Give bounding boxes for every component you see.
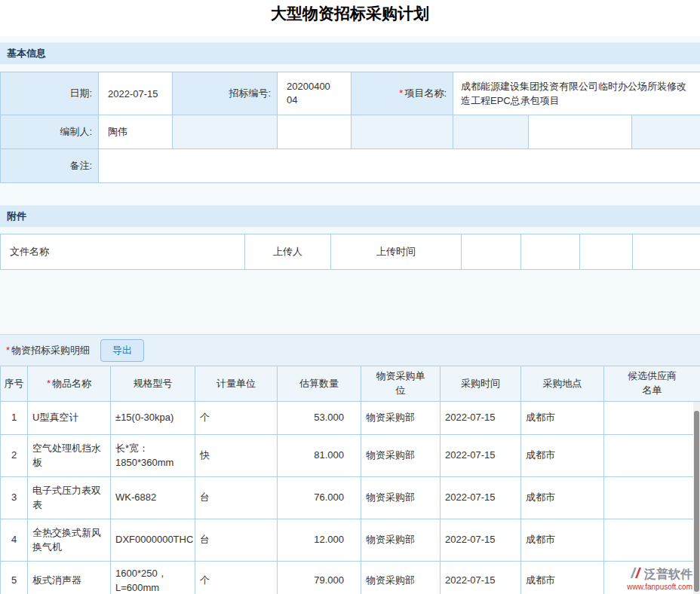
cell-dept: 物资采购部 xyxy=(361,519,441,562)
cell-time: 2022-07-15 xyxy=(441,519,521,562)
date-value: 2022-07-15 xyxy=(99,72,173,115)
col-spec: 规格型号 xyxy=(111,366,195,402)
section-header-basic-info: 基本信息 xyxy=(0,42,700,64)
cell-place: 成都市 xyxy=(521,562,604,594)
col-supplier: 候选供应商 名单 xyxy=(604,366,700,402)
author-label: 编制人: xyxy=(1,115,99,149)
cell-qty: 79.000 xyxy=(278,562,361,594)
col-dept: 物资采购单 位 xyxy=(361,366,441,402)
cell-name: 空气处理机挡水板 xyxy=(28,435,111,477)
cell-qty: 81.000 xyxy=(278,435,361,477)
project-name-value: 成都能源建设集团投资有限公司临时办公场所装修改造工程EPC总承包项目 xyxy=(453,72,700,115)
cell-spec: DXF0000000THC xyxy=(111,519,195,562)
required-mark: * xyxy=(6,344,10,356)
watermark-brand: 泛普软件 xyxy=(644,568,692,581)
remark-value xyxy=(99,149,700,183)
empty-cell xyxy=(173,115,278,149)
form-row-2: 编制人: 陶伟 xyxy=(1,115,700,149)
bid-no-value: 2020040004 xyxy=(278,72,352,115)
cell-time: 2022-07-15 xyxy=(441,435,521,477)
cell-spec: 1600*250，L=600mm xyxy=(111,562,195,594)
cell-place: 成都市 xyxy=(521,519,604,562)
cell-unit: 台 xyxy=(195,519,278,562)
cell-supplier xyxy=(604,402,700,435)
project-name-label: *项目名称: xyxy=(352,72,453,115)
detail-row: 1 U型真空计 ±15(0-30kpa) 个 53.000 物资采购部 2022… xyxy=(1,402,700,435)
empty-cell xyxy=(633,234,700,270)
cell-supplier xyxy=(604,477,700,519)
page-title: 大型物资招标采购计划 xyxy=(0,3,700,24)
basic-info-form: 日期: 2022-07-15 招标编号: 2020040004 *项目名称: 成… xyxy=(0,72,700,183)
bid-no-label: 招标编号: xyxy=(173,72,278,115)
cell-time: 2022-07-15 xyxy=(441,477,521,519)
basic-info-title: 基本信息 xyxy=(7,47,46,60)
attachments-title: 附件 xyxy=(7,210,26,223)
col-uploader: 上传人 xyxy=(245,234,331,270)
detail-row: 4 全热交换式新风换气机 DXF0000000THC 台 12.000 物资采购… xyxy=(1,519,700,562)
required-mark: * xyxy=(399,87,403,99)
section-header-details: * 物资招标采购明细 导出 xyxy=(0,334,700,366)
details-title: 物资招标采购明细 xyxy=(11,344,90,357)
cell-place: 成都市 xyxy=(521,477,604,519)
empty-cell xyxy=(632,115,700,149)
cell-spec: WK-6882 xyxy=(111,477,195,519)
col-place: 采购地点 xyxy=(521,366,604,402)
required-mark: * xyxy=(47,378,51,389)
section-header-attachments: 附件 xyxy=(0,205,700,227)
cell-index: 1 xyxy=(1,402,28,435)
cell-name: 全热交换式新风换气机 xyxy=(28,519,111,562)
col-unit: 计量单位 xyxy=(195,366,278,402)
cell-qty: 53.000 xyxy=(278,402,361,435)
detail-row: 3 电子式压力表双表 WK-6882 台 76.000 物资采购部 2022-0… xyxy=(1,477,700,519)
empty-cell xyxy=(453,115,529,149)
empty-cell xyxy=(278,115,352,149)
cell-dept: 物资采购部 xyxy=(361,477,441,519)
cell-spec: ±15(0-30kpa) xyxy=(111,402,195,435)
empty-cell xyxy=(529,115,632,149)
attachments-header-row: 文件名称 上传人 上传时间 xyxy=(1,234,700,270)
date-label: 日期: xyxy=(1,72,99,115)
cell-index: 4 xyxy=(1,519,28,562)
col-file-name: 文件名称 xyxy=(1,234,245,270)
empty-cell xyxy=(462,234,521,270)
cell-qty: 12.000 xyxy=(278,519,361,562)
attachments-table: 文件名称 上传人 上传时间 xyxy=(0,234,700,270)
cell-time: 2022-07-15 xyxy=(441,402,521,435)
watermark: 泛普软件 www.fanpusoft.com xyxy=(627,567,692,591)
author-value: 陶伟 xyxy=(99,115,173,149)
cell-qty: 76.000 xyxy=(278,477,361,519)
remark-label: 备注: xyxy=(1,149,99,183)
details-table: 序号 *物品名称 规格型号 计量单位 估算数量 物资采购单 位 采购时间 采购地… xyxy=(0,366,700,594)
detail-row: 2 空气处理机挡水板 长*宽：1850*360mm 快 81.000 物资采购部… xyxy=(1,435,700,477)
cell-name: 板式消声器 xyxy=(28,562,111,594)
cell-unit: 个 xyxy=(195,562,278,594)
fanpu-logo-icon xyxy=(628,567,642,582)
table-scrollbar[interactable] xyxy=(693,402,700,594)
cell-supplier xyxy=(604,519,700,562)
detail-row: 5 板式消声器 1600*250，L=600mm 个 79.000 物资采购部 … xyxy=(1,562,700,594)
cell-spec: 长*宽：1850*360mm xyxy=(111,435,195,477)
scrollbar-thumb[interactable] xyxy=(694,411,699,592)
cell-name: U型真空计 xyxy=(28,402,111,435)
cell-index: 5 xyxy=(1,562,28,594)
col-time: 采购时间 xyxy=(441,366,521,402)
cell-unit: 快 xyxy=(195,435,278,477)
col-item-name: *物品名称 xyxy=(28,366,111,402)
cell-unit: 台 xyxy=(195,477,278,519)
cell-name: 电子式压力表双表 xyxy=(28,477,111,519)
cell-place: 成都市 xyxy=(521,435,604,477)
watermark-url: www.fanpusoft.com xyxy=(627,583,692,592)
empty-cell xyxy=(352,115,453,149)
form-row-1: 日期: 2022-07-15 招标编号: 2020040004 *项目名称: 成… xyxy=(1,72,700,115)
cell-unit: 个 xyxy=(195,402,278,435)
cell-dept: 物资采购部 xyxy=(361,402,441,435)
export-button[interactable]: 导出 xyxy=(100,339,144,362)
form-row-3: 备注: xyxy=(1,149,700,183)
details-header-row: 序号 *物品名称 规格型号 计量单位 估算数量 物资采购单 位 采购时间 采购地… xyxy=(1,366,700,402)
empty-cell xyxy=(580,234,633,270)
cell-index: 3 xyxy=(1,477,28,519)
cell-dept: 物资采购部 xyxy=(361,435,441,477)
cell-time: 2022-07-15 xyxy=(441,562,521,594)
empty-cell xyxy=(521,234,580,270)
col-qty: 估算数量 xyxy=(278,366,361,402)
